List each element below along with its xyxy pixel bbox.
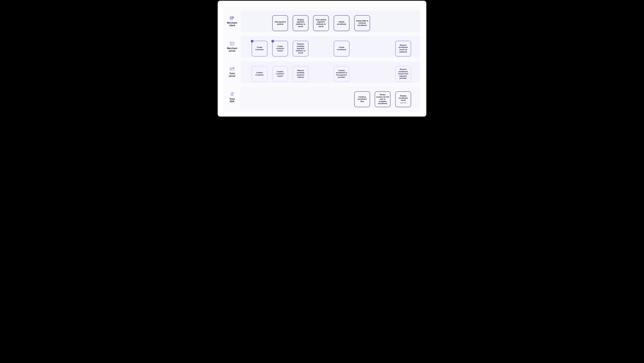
box-request-available-methods: Request available payment methods to enr… bbox=[293, 41, 308, 57]
step-badge-1: 1 bbox=[251, 40, 254, 43]
svg-rect-41 bbox=[232, 17, 234, 18]
code-window-icon bbox=[230, 42, 234, 46]
box-receive-result-webhook: Receive enrollment result via webhook bbox=[395, 41, 411, 57]
box-create-enrollment: Create enrollment bbox=[334, 41, 350, 57]
box-user-selects-payment-methods: User selects payment methods to enroll bbox=[313, 15, 329, 31]
card-check-icon bbox=[230, 67, 234, 71]
lane-body-merchant-client bbox=[240, 11, 420, 32]
lane-label-text: SDK bbox=[230, 100, 234, 103]
lane-label-yuno-sdk: $ YunoSDK bbox=[224, 87, 240, 108]
box-create-customer: 1 Create Customer bbox=[252, 41, 268, 57]
box-shows-screens-complete: Shows screens for the user to complete e… bbox=[375, 91, 390, 107]
lane-label-text: server bbox=[229, 75, 236, 77]
lane-body-merchant-server bbox=[240, 36, 420, 58]
box-creates-customer: Creates Customer bbox=[252, 66, 268, 82]
box-create-customer-session: 2 Create customer sesion bbox=[272, 41, 288, 57]
lane-label-text: client bbox=[229, 24, 235, 27]
lane-label-text: Yuno bbox=[229, 72, 235, 75]
box-receive-results-provider: Receive enrollment results from payment … bbox=[395, 66, 411, 82]
lane-label-merchant-server: Merchantserver bbox=[224, 36, 240, 58]
lane-label-text: server bbox=[229, 50, 236, 52]
box-add-payment-method: Add payment method bbox=[272, 15, 288, 31]
box-initiate-sdk: Initiate SDK to continue enrollment bbox=[354, 15, 370, 31]
lane-body-yuno-sdk bbox=[240, 87, 420, 108]
box-returns-available-method: Returns available payment method bbox=[293, 66, 308, 82]
box-display-enrollment-result: Display enrollment result(optional) bbox=[395, 91, 411, 107]
lane-yuno-sdk: $ YunoSDK bbox=[224, 87, 420, 108]
svg-text:$: $ bbox=[233, 93, 234, 93]
receipt-icon: $ bbox=[230, 92, 234, 96]
step-badge-2: 2 bbox=[272, 40, 274, 43]
svg-point-47 bbox=[231, 42, 232, 43]
diagram-canvas: Merchantclient Merchantserver Yunoserver bbox=[218, 1, 426, 117]
svg-point-46 bbox=[230, 42, 231, 43]
lane-body-yuno-server bbox=[240, 61, 420, 83]
box-display-payment-methods: Display payment methods to enroll bbox=[293, 15, 308, 31]
lane-label-text: Merchant bbox=[227, 22, 237, 24]
lane-label-yuno-server: Yunoserver bbox=[224, 61, 240, 83]
lane-label-text: Merchant bbox=[227, 47, 237, 50]
box-continue-enrollment-flow: Continue enrollment flow bbox=[354, 91, 370, 107]
lane-label-text: Yuno bbox=[229, 98, 235, 100]
svg-point-52 bbox=[233, 67, 234, 68]
svg-line-48 bbox=[232, 44, 232, 45]
box-creates-enrollment-provider: Creates enrollment in the payment provid… bbox=[334, 66, 350, 82]
device-check-icon bbox=[230, 16, 234, 20]
box-initiate-enrollment: Initiate enrollment bbox=[334, 15, 350, 31]
box-creates-customer-session: Creates customer sesion bbox=[272, 66, 288, 82]
lane-label-merchant-client: Merchantclient bbox=[224, 11, 240, 32]
